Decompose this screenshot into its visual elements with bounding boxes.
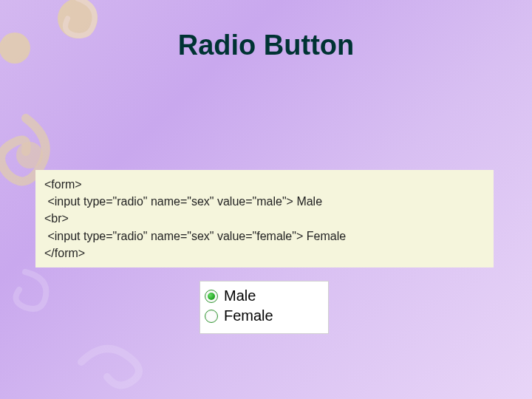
slide-title: Radio Button <box>0 30 532 61</box>
code-line: <input type="radio" name="sex" value="ma… <box>44 193 485 210</box>
code-line: <input type="radio" name="sex" value="fe… <box>44 228 485 245</box>
radio-input-female[interactable] <box>205 310 218 323</box>
svg-point-2 <box>16 142 43 168</box>
radio-row-female: Female <box>205 306 324 326</box>
decorative-swirl <box>7 259 66 332</box>
radio-label: Male <box>224 286 256 306</box>
radio-label: Female <box>224 306 273 326</box>
code-line: <br> <box>44 210 485 227</box>
radio-input-male[interactable] <box>205 290 218 303</box>
radio-row-male: Male <box>205 286 324 306</box>
radio-demo-output: Male Female <box>200 281 329 334</box>
decorative-swirl <box>74 332 163 392</box>
code-line: <form> <box>44 176 485 193</box>
code-line: </form> <box>44 245 485 262</box>
code-example-box: <form> <input type="radio" name="sex" va… <box>35 170 494 267</box>
